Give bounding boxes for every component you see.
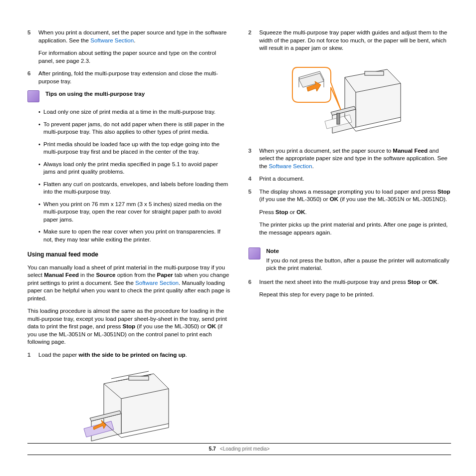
step-number: 5 (27, 29, 33, 44)
note-body-text: If you do not press the button, after a … (266, 257, 452, 272)
step-number: 1 (27, 351, 33, 359)
page-number: .7 (212, 446, 216, 452)
step-text: Squeeze the multi-purpose tray paper wid… (259, 29, 452, 52)
step-5: 5 When you print a document, set the pap… (27, 29, 231, 44)
tip-item: Make sure to open the rear cover when yo… (43, 228, 230, 243)
note-icon (248, 247, 260, 259)
step-6: 6 After printing, fold the multi-purpose… (27, 70, 231, 85)
right-step-2: 2 Squeeze the multi-purpose tray paper w… (248, 29, 452, 52)
right-step-6: 6 Insert the next sheet into the multi-p… (248, 278, 452, 304)
step-number: 4 (248, 175, 254, 183)
tips-list: •Load only one size of print media at a … (38, 108, 231, 243)
svg-rect-3 (129, 376, 149, 380)
tips-title: Tips on using the multi-purpose tray (45, 90, 231, 98)
step-5-sub: For information about setting the paper … (38, 49, 231, 65)
step-number: 2 (248, 29, 254, 52)
link-software-section[interactable]: Software Section (90, 37, 134, 43)
right-step-4: 4 Print a document. (248, 175, 452, 183)
note-block: Note If you do not press the button, aft… (248, 247, 452, 272)
step-text: When you print a document, set the paper… (38, 29, 231, 44)
step-text: After printing, fold the multi-purpose t… (38, 70, 231, 85)
right-step-3: 3 When you print a document, set the pap… (248, 147, 452, 171)
tip-item: Always load only the print media specifi… (43, 161, 230, 176)
tips-block: Tips on using the multi-purpose tray (27, 90, 231, 102)
step-number: 5 (248, 188, 254, 242)
tip-item: Print media should be loaded face up wit… (43, 141, 230, 156)
svg-rect-13 (337, 113, 340, 124)
link-software-section[interactable]: Software Section (135, 280, 179, 286)
note-icon (27, 90, 39, 102)
step-text: Load the paper with the side to be print… (38, 351, 231, 359)
note-title: Note (266, 247, 452, 255)
period: . (134, 37, 135, 43)
left-column: 5 When you print a document, set the pap… (27, 29, 231, 476)
manual-paragraph-1: You can manually load a sheet of print m… (27, 264, 231, 303)
step-number: 3 (248, 147, 254, 171)
link-software-section[interactable]: Software Section (269, 163, 312, 169)
step-text: The display shows a message prompting yo… (259, 188, 452, 242)
tip-item: Load only one size of print media at a t… (43, 108, 216, 116)
step-text: Insert the next sheet into the multi-pur… (259, 278, 452, 304)
right-step-5: 5 The display shows a message prompting … (248, 188, 452, 242)
step-number: 6 (248, 278, 254, 304)
section-manual-feed: Using manual feed mode (27, 250, 231, 258)
tip-item: To prevent paper jams, do not add paper … (43, 121, 230, 136)
svg-rect-9 (365, 71, 384, 75)
chapter-label: <Loading print media> (220, 446, 270, 452)
printer-guides-figure (285, 57, 415, 147)
tip-item: Flatten any curl on postcards, envelopes… (43, 181, 230, 196)
manual-step-1: 1 Load the paper with the side to be pri… (27, 351, 231, 359)
right-column: 2 Squeeze the multi-purpose tray paper w… (248, 29, 452, 476)
step-number: 6 (27, 70, 33, 85)
step-text: When you print a document, set the paper… (259, 147, 452, 171)
tip-item: When you print on 76 mm x 127 mm (3 x 5 … (43, 201, 230, 224)
page-footer: 5.7 <Loading print media> (27, 443, 451, 455)
manual-paragraph-2: This loading procedure is almost the sam… (27, 307, 231, 346)
printer-load-figure (74, 364, 184, 449)
step-text: Print a document. (259, 175, 452, 183)
